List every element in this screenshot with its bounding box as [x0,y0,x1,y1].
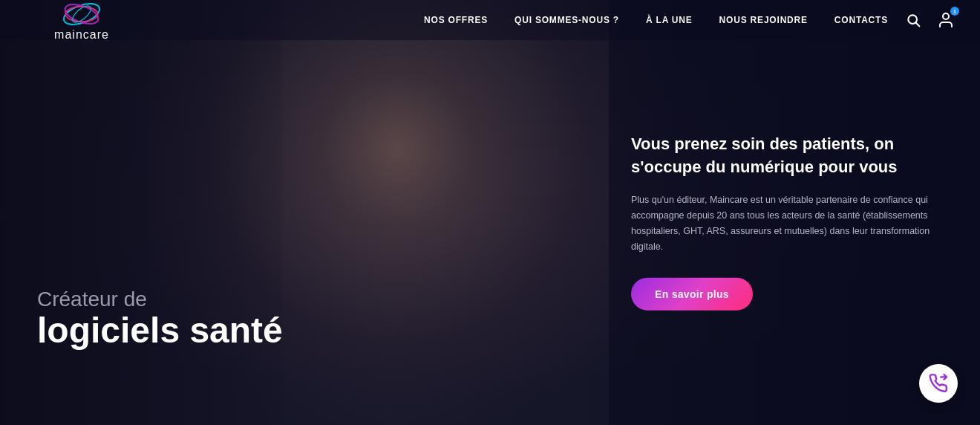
svg-point-6 [943,13,949,19]
logo-icon [56,0,107,30]
navbar: maincare NOS OFFRES QUI SOMMES-NOUS ? À … [0,0,980,40]
nav-item-a-la-une[interactable]: À LA UNE [646,15,693,25]
nav-item-nos-offres[interactable]: NOS OFFRES [424,15,488,25]
nav-item-nous-rejoindre[interactable]: NOUS REJOINDRE [719,15,808,25]
user-badge: 1 [950,7,959,16]
callback-button[interactable] [919,364,958,403]
logo-text: maincare [54,28,109,42]
cta-button[interactable]: En savoir plus [631,277,753,310]
user-account-button[interactable]: 1 [934,8,958,32]
hero-section: maincare NOS OFFRES QUI SOMMES-NOUS ? À … [0,0,980,425]
hero-left-content: Créateur de logiciels santé [37,287,283,351]
hero-creator-prefix: Créateur de [37,288,147,311]
search-button[interactable] [903,10,924,30]
hero-body-text: Plus qu'un éditeur, Maincare est un véri… [631,192,943,255]
svg-line-5 [916,23,920,27]
phone-callback-icon [929,374,948,393]
hero-right-content: Vous prenez soin des patients, on s'occu… [631,133,943,311]
svg-point-2 [65,7,98,22]
search-icon [906,13,921,27]
left-overlay [0,0,282,425]
hero-heading: Vous prenez soin des patients, on s'occu… [631,133,943,179]
nav-item-contacts[interactable]: CONTACTS [834,15,888,25]
nav-item-qui-sommes-nous[interactable]: QUI SOMMES-NOUS ? [514,15,619,25]
nav-links: NOS OFFRES QUI SOMMES-NOUS ? À LA UNE NO… [424,15,888,25]
hero-creator-highlight: logiciels santé [37,311,283,351]
logo[interactable]: maincare [22,0,141,42]
nav-icons: 1 [903,8,958,32]
